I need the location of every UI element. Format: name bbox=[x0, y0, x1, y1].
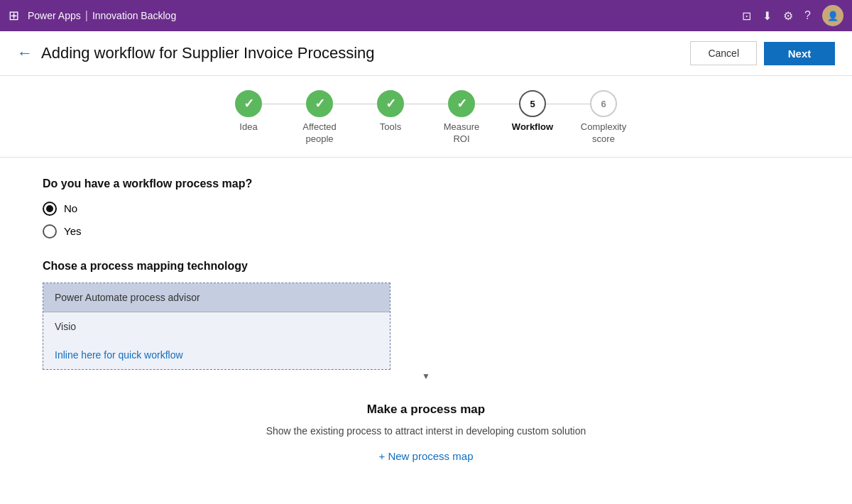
step-measure-roi: ✓ MeasureROI bbox=[426, 90, 497, 146]
next-button[interactable]: Next bbox=[764, 42, 835, 65]
monitor-icon[interactable]: ⊡ bbox=[742, 9, 751, 23]
step-circle-complexity: 6 bbox=[590, 90, 617, 117]
step-affected-people: ✓ Affectedpeople bbox=[284, 90, 355, 146]
workflow-question: Do you have a workflow process map? bbox=[43, 177, 809, 190]
help-icon[interactable]: ? bbox=[804, 9, 811, 22]
topbar-right: ⊡ ⬇ ⚙ ? 👤 bbox=[742, 5, 843, 26]
radio-yes[interactable]: Yes bbox=[43, 224, 809, 239]
dropdown-item-visio[interactable]: Visio bbox=[43, 312, 390, 341]
step-complexity: 6 Complexityscore bbox=[568, 90, 639, 146]
workflow-radio-group: No Yes bbox=[43, 202, 809, 239]
cancel-button[interactable]: Cancel bbox=[690, 41, 757, 65]
step-label-workflow: Workflow bbox=[512, 121, 553, 133]
step-tools: ✓ Tools bbox=[355, 90, 426, 133]
step-label-roi: MeasureROI bbox=[444, 121, 480, 146]
radio-yes-label: Yes bbox=[64, 225, 81, 237]
page-title: Adding workflow for Supplier Invoice Pro… bbox=[41, 44, 690, 62]
radio-no-label: No bbox=[64, 202, 77, 214]
step-workflow: 5 Workflow bbox=[497, 90, 568, 133]
step-label-complexity: Complexityscore bbox=[581, 121, 626, 146]
grid-icon[interactable]: ⊞ bbox=[9, 8, 19, 23]
radio-no[interactable]: No bbox=[43, 202, 809, 216]
step-circle-idea: ✓ bbox=[235, 90, 262, 117]
step-circle-affected: ✓ bbox=[306, 90, 333, 117]
topbar: ⊞ Power Apps | Innovation Backlog ⊡ ⬇ ⚙ … bbox=[0, 0, 852, 31]
header: ← Adding workflow for Supplier Invoice P… bbox=[0, 31, 852, 76]
settings-icon[interactable]: ⚙ bbox=[783, 9, 793, 23]
process-map-description: Show the existing process to attract int… bbox=[43, 424, 809, 439]
process-mapping-dropdown[interactable]: Power Automate process advisor Visio Inl… bbox=[43, 283, 390, 370]
step-idea: ✓ Idea bbox=[213, 90, 284, 133]
step-circle-roi: ✓ bbox=[448, 90, 475, 117]
step-circle-workflow: 5 bbox=[519, 90, 546, 117]
radio-circle-yes bbox=[43, 224, 57, 239]
radio-circle-no bbox=[43, 202, 57, 216]
main-content: Do you have a workflow process map? No Y… bbox=[0, 158, 852, 482]
section-name: Innovation Backlog bbox=[92, 10, 176, 21]
new-process-map-link[interactable]: + New process map bbox=[43, 450, 809, 462]
checkmark-icon: ✓ bbox=[244, 96, 254, 111]
dropdown-selected-item[interactable]: Power Automate process advisor bbox=[43, 283, 390, 312]
step-label-affected: Affectedpeople bbox=[302, 121, 336, 146]
download-icon[interactable]: ⬇ bbox=[763, 9, 772, 23]
checkmark-icon-4: ✓ bbox=[457, 96, 467, 111]
process-mapping-title: Chose a process mapping technology bbox=[43, 260, 809, 273]
avatar[interactable]: 👤 bbox=[822, 5, 843, 26]
checkmark-icon-2: ✓ bbox=[315, 96, 325, 111]
process-map-title: Make a process map bbox=[43, 402, 809, 417]
dropdown-arrow-icon: ▼ bbox=[43, 371, 809, 381]
topbar-separator: | bbox=[85, 9, 88, 22]
app-name: Power Apps bbox=[28, 10, 81, 21]
back-button[interactable]: ← bbox=[17, 44, 33, 62]
step-label-tools: Tools bbox=[380, 121, 401, 133]
process-map-section: Make a process map Show the existing pro… bbox=[43, 402, 809, 462]
checkmark-icon-3: ✓ bbox=[386, 96, 396, 111]
stepper: ✓ Idea ✓ Affectedpeople ✓ Tools ✓ Measur… bbox=[0, 76, 852, 158]
radio-dot-no bbox=[46, 205, 53, 212]
step-circle-tools: ✓ bbox=[377, 90, 404, 117]
dropdown-item-inline[interactable]: Inline here for quick workflow bbox=[43, 341, 390, 369]
step-label-idea: Idea bbox=[239, 121, 257, 133]
